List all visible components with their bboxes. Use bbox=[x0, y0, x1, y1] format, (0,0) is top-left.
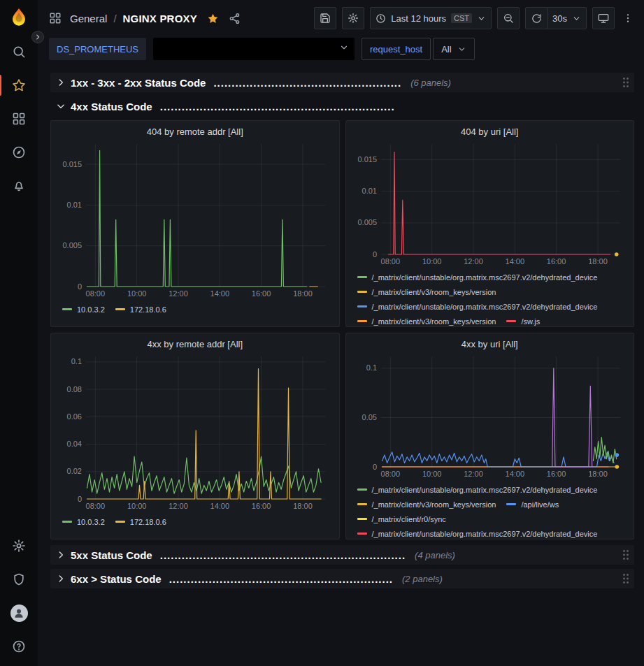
row-drag-handle[interactable] bbox=[622, 77, 630, 89]
panel-title[interactable]: 4xx by remote addr [All] bbox=[58, 338, 332, 352]
svg-text:0.05: 0.05 bbox=[362, 413, 376, 421]
more-options-kebab-button[interactable] bbox=[620, 7, 636, 29]
legend-item[interactable]: 10.0.3.2 bbox=[62, 518, 105, 526]
legend-series-label: /_matrix/client/unstable/org.matrix.msc2… bbox=[372, 303, 598, 311]
legend-item[interactable]: /_matrix/client/v3/room_keys/version bbox=[357, 317, 496, 326]
legend-series-color bbox=[357, 488, 367, 491]
svg-text:0.005: 0.005 bbox=[62, 241, 82, 249]
panel-title[interactable]: 4xx by uri [All] bbox=[353, 338, 627, 352]
row-5xx[interactable]: 5xx Status Code ........................… bbox=[50, 545, 634, 565]
legend-item[interactable]: 10.0.3.2 bbox=[62, 305, 105, 314]
legend-series-color bbox=[357, 503, 367, 505]
sidebar bbox=[0, 0, 38, 666]
row-drag-handle[interactable] bbox=[622, 549, 630, 561]
search-icon bbox=[12, 45, 26, 59]
chevron-down-icon bbox=[572, 14, 581, 23]
row-drag-handle[interactable] bbox=[622, 573, 630, 585]
clock-icon bbox=[375, 13, 386, 24]
timeseries-chart[interactable]: 08:0010:0012:0014:0016:0018:0000.050.1 bbox=[353, 352, 627, 479]
save-dashboard-button[interactable] bbox=[314, 7, 336, 29]
sidebar-item-search[interactable] bbox=[0, 35, 38, 68]
legend-item[interactable]: /_matrix/client/unstable/org.matrix.msc2… bbox=[357, 486, 598, 494]
help-circle-icon bbox=[12, 639, 26, 653]
sidebar-item-help[interactable] bbox=[0, 630, 38, 663]
row-4xx[interactable]: 4xx Status Code ........................… bbox=[50, 96, 634, 116]
legend-series-label: 172.18.0.6 bbox=[130, 305, 166, 314]
legend-item[interactable]: /_matrix/client/unstable/org.matrix.msc2… bbox=[357, 303, 598, 311]
timeseries-chart[interactable]: 08:0010:0012:0014:0016:0018:0000.0050.01… bbox=[353, 140, 627, 267]
svg-text:0: 0 bbox=[78, 282, 82, 291]
kebab-icon bbox=[622, 13, 634, 24]
legend-series-color bbox=[357, 320, 367, 322]
legend-item[interactable]: /_matrix/client/v3/room_keys/version bbox=[357, 288, 496, 296]
star-icon bbox=[12, 78, 26, 92]
legend-item[interactable]: /_matrix/client/v3/room_keys/version bbox=[357, 500, 496, 509]
datasource-select[interactable] bbox=[153, 38, 355, 60]
timeseries-chart[interactable]: 08:0010:0012:0014:0016:0018:0000.0050.01… bbox=[58, 140, 332, 299]
svg-text:0: 0 bbox=[372, 463, 376, 471]
svg-text:14:00: 14:00 bbox=[505, 470, 524, 478]
sidebar-item-configuration[interactable] bbox=[0, 529, 38, 563]
grafana-logo[interactable] bbox=[8, 7, 29, 31]
svg-text:16:00: 16:00 bbox=[546, 470, 566, 478]
sidebar-item-explore[interactable] bbox=[0, 136, 38, 169]
legend-series-color bbox=[62, 521, 72, 523]
svg-text:0.1: 0.1 bbox=[366, 363, 376, 372]
sidebar-item-server-admin[interactable] bbox=[0, 563, 38, 596]
refresh-interval-dropdown[interactable]: 30s bbox=[548, 7, 587, 29]
legend-series-label: /_matrix/client/v3/room_keys/version bbox=[372, 500, 496, 509]
svg-text:16:00: 16:00 bbox=[252, 289, 271, 298]
legend-series-label: /_matrix/client/unstable/org.matrix.msc2… bbox=[372, 530, 598, 538]
svg-text:12:00: 12:00 bbox=[169, 289, 188, 298]
zoom-out-time-button[interactable] bbox=[497, 7, 520, 29]
legend-item[interactable]: /sw.js bbox=[506, 317, 540, 326]
timeseries-chart[interactable]: 08:0010:0012:0014:0016:0018:0000.020.040… bbox=[58, 352, 332, 512]
tv-kiosk-mode-button[interactable] bbox=[592, 7, 615, 29]
variable-label-request-host[interactable]: request_host bbox=[362, 38, 431, 60]
svg-text:0.06: 0.06 bbox=[67, 412, 82, 421]
gear-icon bbox=[348, 13, 359, 24]
legend-item[interactable]: /api/live/ws bbox=[506, 500, 559, 509]
svg-text:08:00: 08:00 bbox=[380, 257, 400, 266]
variable-value-request-host[interactable]: All bbox=[433, 38, 474, 60]
row-title: 6xx > Status Code bbox=[71, 573, 162, 585]
dashboard-settings-button[interactable] bbox=[342, 7, 364, 29]
breadcrumb-section[interactable]: General bbox=[70, 13, 107, 24]
svg-text:10:00: 10:00 bbox=[127, 502, 147, 510]
dashboard-body: 1xx - 3xx - 2xx Status Code ............… bbox=[38, 66, 644, 666]
variable-label-ds-prometheus[interactable]: DS_PROMETHEUS bbox=[49, 38, 146, 60]
sidebar-item-profile[interactable] bbox=[0, 596, 38, 630]
refresh-button[interactable] bbox=[525, 7, 548, 29]
row-6xx[interactable]: 6xx > Status Code ......................… bbox=[50, 569, 634, 588]
svg-text:0.1: 0.1 bbox=[71, 357, 82, 365]
shield-icon bbox=[12, 572, 26, 586]
row-title: 5xx Status Code bbox=[71, 549, 152, 561]
svg-text:14:00: 14:00 bbox=[210, 502, 230, 510]
row-1xx-3xx-2xx[interactable]: 1xx - 3xx - 2xx Status Code ............… bbox=[50, 73, 634, 92]
favorite-star-icon[interactable] bbox=[207, 13, 219, 24]
svg-text:08:00: 08:00 bbox=[86, 289, 106, 298]
svg-text:18:00: 18:00 bbox=[588, 257, 608, 266]
time-range-label: Last 12 hours bbox=[391, 13, 446, 24]
panel-title[interactable]: 404 by uri [All] bbox=[353, 125, 627, 140]
legend-item[interactable]: /_matrix/client/r0/sync bbox=[357, 515, 446, 523]
svg-text:0.01: 0.01 bbox=[362, 187, 376, 195]
variable-request-host: request_host All bbox=[362, 38, 475, 60]
legend-item[interactable]: 172.18.0.6 bbox=[115, 518, 166, 526]
timezone-badge: CST bbox=[451, 13, 472, 23]
panel-title[interactable]: 404 by remote addr [All] bbox=[58, 125, 332, 140]
legend-item[interactable]: 172.18.0.6 bbox=[115, 305, 166, 314]
time-range-picker[interactable]: Last 12 hours CST bbox=[370, 7, 492, 29]
chevron-right-icon bbox=[56, 78, 66, 87]
share-icon[interactable] bbox=[229, 13, 241, 24]
svg-text:16:00: 16:00 bbox=[546, 257, 566, 266]
legend-item[interactable]: /_matrix/client/unstable/org.matrix.msc2… bbox=[357, 273, 598, 282]
chart-legend: 10.0.3.2172.18.0.6 bbox=[58, 299, 332, 317]
chevron-down-icon bbox=[477, 14, 486, 23]
sidebar-item-alerting[interactable] bbox=[0, 169, 38, 203]
sidebar-item-dashboards[interactable] bbox=[0, 102, 38, 136]
legend-item[interactable]: /_matrix/client/unstable/org.matrix.msc2… bbox=[357, 530, 598, 538]
dashboards-grid-icon bbox=[12, 112, 26, 126]
row-leader-dots: ........................................… bbox=[160, 101, 395, 113]
sidebar-item-starred[interactable] bbox=[0, 68, 38, 102]
